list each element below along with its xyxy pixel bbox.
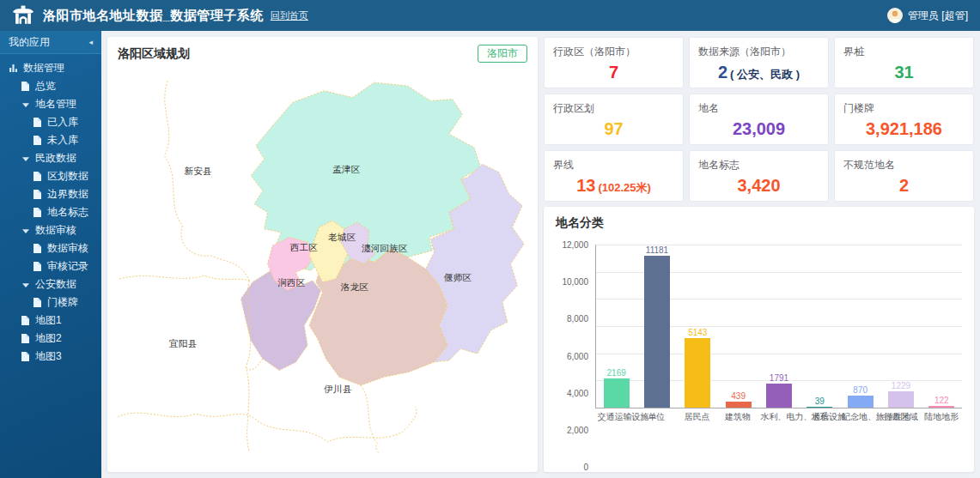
file-icon: [33, 136, 42, 145]
stat-label: 行政区划: [553, 101, 674, 116]
city-badge[interactable]: 洛阳市: [478, 45, 527, 63]
sidebar-item-label: 边界数据: [47, 185, 88, 203]
sidebar: 我的应用 ◂ 数据管理总览地名管理已入库未入库民政数据区划数据边界数据地名标志数…: [0, 31, 101, 478]
sidebar-item-8[interactable]: 地名标志: [0, 203, 101, 221]
county-boundary: [118, 407, 417, 442]
stat-label: 界线: [553, 158, 674, 172]
y-tick: 6,000: [567, 351, 588, 360]
x-axis-label: 纪念地、旅游胜地: [842, 411, 879, 423]
user-menu[interactable]: 管理员 [超管]: [887, 8, 968, 23]
y-axis: 12,00010,0008,0006,0004,0002,0000: [556, 245, 595, 467]
bar-建筑物: 439: [720, 391, 757, 408]
sidebar-item-10[interactable]: 数据审核: [0, 239, 101, 257]
sidebar-item-5[interactable]: 民政数据: [0, 149, 101, 167]
bar-水系: 39: [801, 396, 838, 408]
stat-value: 2: [718, 63, 727, 82]
sidebar-section-header[interactable]: 我的应用 ◂: [0, 31, 101, 54]
file-icon: [33, 118, 42, 127]
bar-chart-icon: [9, 64, 18, 73]
sidebar-item-label: 数据审核: [35, 221, 76, 239]
sidebar-item-label: 地图1: [35, 312, 62, 330]
map-label-孟津区: 孟津区: [332, 164, 360, 174]
x-axis-label: 交通运输设施: [597, 411, 634, 423]
caret-down-icon: [21, 227, 30, 234]
file-icon: [33, 262, 42, 271]
sidebar-item-label: 民政数据: [35, 149, 76, 167]
sidebar-item-6[interactable]: 区划数据: [0, 167, 101, 185]
sidebar-item-2[interactable]: 地名管理: [0, 95, 101, 113]
sidebar-item-9[interactable]: 数据审核: [0, 221, 101, 239]
map-label-伊川县: 伊川县: [323, 384, 351, 394]
y-tick: 8,000: [567, 314, 588, 324]
map-label-新安县: 新安县: [185, 166, 212, 176]
sidebar-item-label: 地图3: [35, 348, 62, 366]
stat-card-2: 界桩31: [834, 37, 974, 88]
map-label-西工区: 西工区: [290, 242, 318, 252]
bar-单位: 11181: [639, 245, 676, 408]
stat-card-4: 地名23,009: [689, 94, 829, 145]
sidebar-item-14[interactable]: 地图1: [0, 312, 101, 330]
sidebar-item-label: 地名管理: [35, 95, 76, 113]
bar-value-label: 39: [815, 396, 825, 406]
stat-card-0: 行政区（洛阳市）7: [544, 37, 684, 88]
x-axis-label: 行政区域: [882, 411, 919, 423]
app-title: 洛阳市地名地址数据_数据管理子系统: [43, 8, 264, 24]
stat-value: 3,420: [737, 176, 780, 195]
x-axis-label: 居民点: [679, 411, 715, 423]
x-axis-label: 陆地地形: [923, 411, 960, 423]
collapse-sidebar-icon[interactable]: ◂: [88, 31, 93, 53]
sidebar-item-1[interactable]: 总览: [0, 77, 101, 95]
file-icon: [21, 334, 30, 343]
file-icon: [21, 316, 30, 325]
sidebar-item-12[interactable]: 公安数据: [0, 275, 101, 293]
sidebar-item-11[interactable]: 审核记录: [0, 257, 101, 275]
chart-panel: 地名分类 12,00010,0008,0006,0004,0002,0000 2…: [544, 207, 974, 472]
stat-suffix: ( 公安、民政 ): [730, 68, 800, 81]
sidebar-item-label: 地图2: [35, 330, 62, 348]
county-boundary: [361, 385, 378, 453]
avatar: [887, 8, 903, 23]
region-map[interactable]: 孟津区偃师区洛龙区涧西区西工区老城区瀍河回族区新安县宜阳县伊川县: [118, 63, 527, 464]
file-icon: [33, 298, 42, 307]
bar-value-label: 5143: [688, 328, 707, 337]
sidebar-item-label: 未入库: [47, 131, 78, 149]
sidebar-item-4[interactable]: 未入库: [0, 131, 101, 149]
bar-交通运输设施: 2169: [598, 368, 635, 408]
sidebar-item-3[interactable]: 已入库: [0, 113, 101, 131]
sidebar-item-label: 数据管理: [23, 59, 64, 77]
sidebar-item-16[interactable]: 地图3: [0, 348, 101, 366]
y-tick: 12,000: [562, 240, 588, 250]
y-tick: 0: [583, 463, 588, 472]
map-label-瀍河回族区: 瀍河回族区: [362, 243, 408, 253]
file-icon: [33, 208, 42, 217]
chart-title: 地名分类: [556, 215, 962, 231]
x-axis-labels: 交通运输设施单位居民点建筑物水利、电力、通信设施水系纪念地、旅游胜地行政区域陆地…: [595, 411, 962, 423]
map-panel-title: 洛阳区域规划: [118, 46, 190, 62]
caret-down-icon: [21, 155, 30, 162]
app-root: 洛阳市地名地址数据_数据管理子系统 回到首页 管理员 [超管] 我的应用 ◂ 数…: [0, 0, 980, 478]
city-gate-logo-icon: [12, 5, 34, 26]
sidebar-item-13[interactable]: 门楼牌: [0, 293, 101, 312]
bar-纪念地、旅游胜地: 870: [842, 385, 879, 408]
sidebar-item-label: 审核记录: [47, 257, 88, 275]
map-label-宜阳县: 宜阳县: [169, 338, 197, 348]
stat-label: 行政区（洛阳市）: [553, 45, 674, 59]
sidebar-item-label: 总览: [35, 77, 56, 95]
sidebar-item-0[interactable]: 数据管理: [0, 59, 101, 77]
stat-card-8: 不规范地名2: [834, 150, 974, 202]
map-label-偃师区: 偃师区: [443, 272, 472, 282]
stat-suffix: (102.25米): [598, 181, 650, 194]
sidebar-item-15[interactable]: 地图2: [0, 330, 101, 348]
file-icon: [33, 244, 42, 253]
stat-label: 数据来源（洛阳市）: [698, 45, 819, 59]
home-link[interactable]: 回到首页: [271, 9, 308, 22]
bar-value-label: 2169: [607, 368, 626, 378]
sidebar-item-label: 地名标志: [47, 203, 88, 221]
x-axis-label: 水系: [801, 411, 838, 423]
file-icon: [21, 352, 30, 361]
sidebar-item-label: 门楼牌: [47, 293, 78, 312]
sidebar-item-7[interactable]: 边界数据: [0, 185, 101, 203]
stat-card-7: 地名标志3,420: [689, 150, 829, 202]
stat-value: 7: [609, 63, 618, 82]
bar-value-label: 11181: [646, 245, 668, 255]
